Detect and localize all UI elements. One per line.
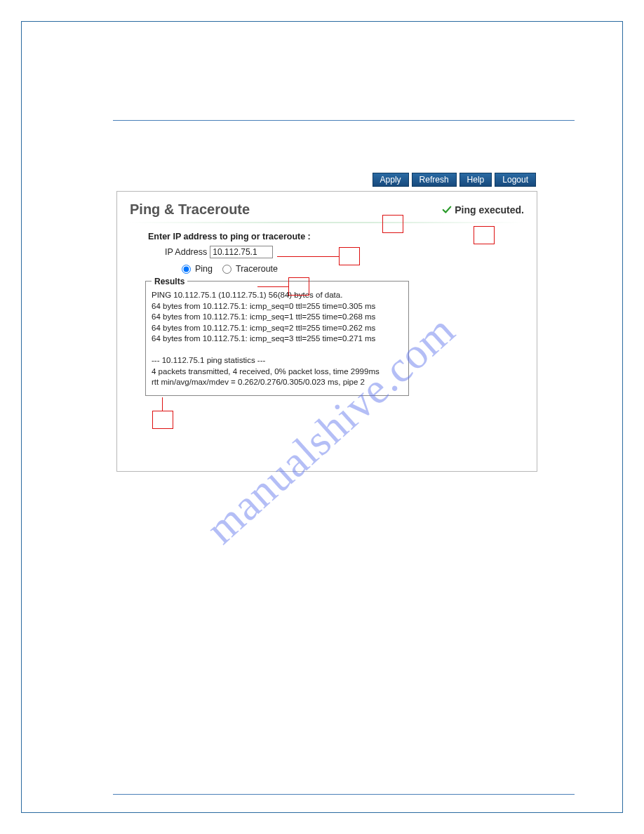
ping-traceroute-panel: Ping & Traceroute Ping executed. Enter I… [116, 191, 537, 472]
callout-box [382, 215, 403, 233]
traceroute-radio[interactable] [222, 265, 232, 274]
traceroute-radio-label: Traceroute [236, 264, 278, 274]
apply-button[interactable]: Apply [373, 173, 409, 187]
help-button[interactable]: Help [459, 173, 492, 187]
page-frame: Apply Refresh Help Logout Ping & Tracero… [21, 21, 623, 813]
callout-box [474, 226, 495, 244]
panel-title: Ping & Traceroute [130, 201, 250, 218]
status-area: Ping executed. [442, 204, 524, 216]
form-block: Enter IP address to ping or traceroute :… [148, 232, 524, 274]
status-text: Ping executed. [455, 204, 524, 216]
ip-label: IP Address [165, 247, 207, 257]
callout-box [152, 411, 173, 429]
results-legend: Results [152, 276, 187, 287]
logout-button[interactable]: Logout [495, 173, 536, 187]
callout-box [288, 277, 309, 296]
callout-box [339, 247, 360, 265]
divider-top [113, 120, 575, 121]
callout-line [162, 397, 163, 411]
ping-radio-label: Ping [195, 264, 213, 274]
divider-bottom [113, 794, 575, 795]
callout-line [257, 286, 288, 287]
status-underline [130, 222, 524, 223]
results-text: PING 10.112.75.1 (10.112.75.1) 56(84) by… [152, 290, 403, 388]
results-box: Results PING 10.112.75.1 (10.112.75.1) 5… [145, 281, 409, 396]
panel-header: Ping & Traceroute Ping executed. [130, 201, 524, 218]
refresh-button[interactable]: Refresh [412, 173, 457, 187]
callout-line [277, 256, 339, 257]
ping-radio[interactable] [182, 265, 191, 274]
toolbar: Apply Refresh Help Logout [116, 173, 537, 187]
form-prompt: Enter IP address to ping or traceroute : [148, 232, 524, 241]
checkmark-icon [442, 205, 452, 215]
ip-address-input[interactable] [210, 246, 273, 258]
radio-row: Ping Traceroute [182, 264, 524, 274]
screenshot-area: Apply Refresh Help Logout Ping & Tracero… [116, 173, 537, 472]
